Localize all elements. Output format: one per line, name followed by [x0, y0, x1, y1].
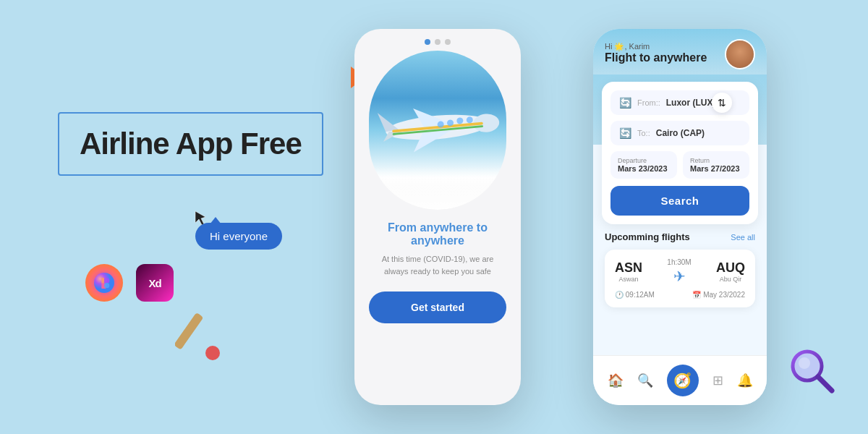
speech-bubble: Hi everyone — [195, 223, 282, 250]
phone1-mockup: From anywhere to anywhere At this time (… — [354, 29, 521, 405]
to-label: To:: — [637, 129, 650, 137]
flight-date: 📅 May 23/2022 — [692, 291, 745, 299]
phone2-body: 🔄 From:: Luxor (LUX) ⇅ 🔄 To:: Cairo (CAP… — [593, 75, 767, 355]
svg-rect-2 — [175, 312, 203, 350]
return-field[interactable]: Return Mars 27/2023 — [683, 151, 749, 179]
upcoming-header: Upcomming flights See all — [605, 231, 755, 242]
phone2-header: Hi 🌟, Karim Flight to anywhere — [593, 29, 767, 75]
greeting-text: Hi 🌟, Karim — [605, 42, 650, 51]
dot-1 — [425, 39, 430, 45]
xd-icon: Xd — [136, 264, 174, 302]
phone1-subtext: At this time (COVID-19), we are always r… — [369, 253, 506, 277]
figma-icon — [85, 264, 123, 302]
dot-2 — [435, 39, 441, 45]
flight-plane-icon: ✈ — [673, 268, 686, 285]
dot-3 — [445, 39, 451, 45]
flight-route: ASN Aswan 1h:30M ✈ AUQ Abu Qir — [615, 258, 745, 285]
departure-field[interactable]: Departure Mars 23/2023 — [610, 151, 677, 179]
arrival-airport: AUQ Abu Qir — [716, 260, 745, 283]
svg-point-1 — [104, 283, 109, 288]
nav-grid[interactable]: ⊞ — [712, 373, 723, 388]
swap-button[interactable]: ⇅ — [712, 93, 732, 113]
flight-card[interactable]: ASN Aswan 1h:30M ✈ AUQ Abu Qir 🕐 — [605, 250, 755, 307]
clock-icon: 🕐 — [615, 291, 624, 299]
search-button[interactable]: Search — [610, 186, 749, 216]
from-field-container: 🔄 From:: Luxor (LUX) ⇅ — [610, 90, 749, 115]
cricket-bat-icon — [175, 312, 233, 373]
airplane-image — [370, 93, 505, 161]
svg-line-20 — [818, 377, 832, 391]
magnify-decoration — [787, 346, 838, 399]
page-title: Airline App Free — [80, 127, 302, 161]
get-started-button[interactable]: Get started — [369, 292, 506, 323]
flight-search-form: 🔄 From:: Luxor (LUX) ⇅ 🔄 To:: Cairo (CAP… — [602, 82, 758, 224]
svg-point-21 — [799, 357, 810, 369]
route-icon: 🔄 — [619, 97, 631, 109]
carousel-dots — [425, 39, 451, 45]
avatar — [725, 39, 755, 69]
nav-search[interactable]: 🔍 — [637, 373, 653, 388]
to-field[interactable]: 🔄 To:: Cairo (CAP) — [610, 121, 749, 145]
see-all-link[interactable]: See all — [731, 233, 755, 242]
to-value: Cairo (CAP) — [656, 128, 705, 138]
upcoming-section: Upcomming flights See all ASN Aswan 1h:3… — [593, 231, 767, 307]
calendar-icon: 📅 — [692, 291, 701, 299]
bottom-nav: 🏠 🔍 🧭 ⊞ 🔔 — [593, 355, 767, 405]
hero-image — [369, 51, 506, 210]
nav-compass[interactable]: 🧭 — [667, 365, 699, 396]
departure-airport: ASN Aswan — [615, 260, 642, 283]
flight-details: 🕐 09:12AM 📅 May 23/2022 — [615, 291, 745, 299]
destination-icon: 🔄 — [619, 127, 631, 139]
phone2-mockup: Hi 🌟, Karim Flight to anywhere 🔄 From:: … — [593, 29, 767, 405]
upcoming-title: Upcomming flights — [605, 231, 690, 242]
from-value: Luxor (LUX) — [666, 98, 716, 108]
phone1-content: From anywhere to anywhere At this time (… — [354, 210, 521, 405]
from-label: From:: — [637, 98, 660, 107]
nav-home[interactable]: 🏠 — [608, 373, 624, 388]
nav-bell[interactable]: 🔔 — [737, 373, 753, 388]
svg-point-3 — [205, 346, 220, 360]
phone1-headline: From anywhere to anywhere — [369, 221, 506, 247]
title-box: Airline App Free — [58, 112, 323, 176]
avatar-face — [726, 41, 754, 68]
flight-time: 🕐 09:12AM — [615, 291, 655, 299]
date-row: Departure Mars 23/2023 Return Mars 27/20… — [610, 151, 749, 179]
flight-middle: 1h:30M ✈ — [667, 258, 691, 285]
